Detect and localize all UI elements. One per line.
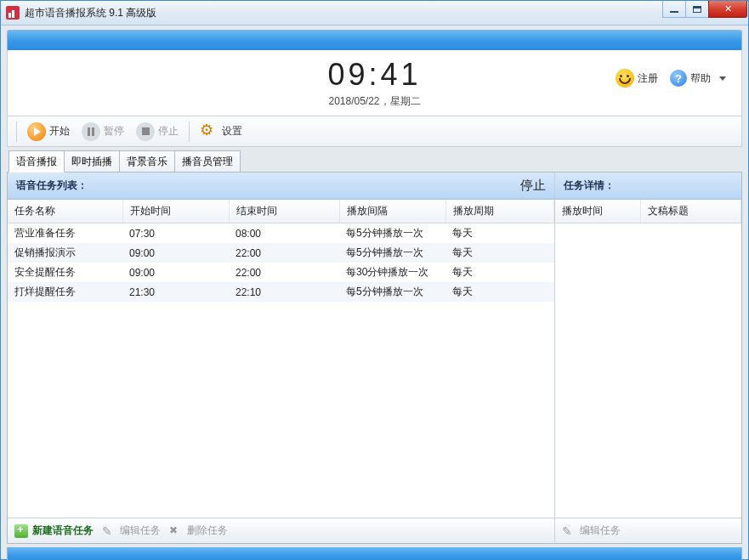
content-split: 语音任务列表： 停止 任务名称 开始时间 结束时间 播放间隔 播放周期 营业准备… xyxy=(7,173,742,544)
delete-task-label: 删除任务 xyxy=(187,523,228,538)
main-toolbar: 开始 暂停 停止 设置 xyxy=(7,116,742,147)
settings-button[interactable]: 设置 xyxy=(195,120,247,144)
app-window: 超市语音播报系统 9.1 高级版 09:41 2018/05/22，星期二 注册… xyxy=(0,0,749,560)
table-row[interactable]: 打烊提醒任务21:3022:10每5分钟播放一次每天 xyxy=(8,282,554,302)
app-icon xyxy=(6,6,20,20)
stop-label: 停止 xyxy=(158,124,179,139)
col-doc-title[interactable]: 文稿标题 xyxy=(640,200,741,223)
tab-bar: 语音播报 即时插播 背景音乐 播音员管理 xyxy=(7,150,742,173)
col-task-name[interactable]: 任务名称 xyxy=(8,200,122,223)
task-list-pane: 语音任务列表： 停止 任务名称 开始时间 结束时间 播放间隔 播放周期 营业准备… xyxy=(8,173,555,543)
tab-voice-broadcast[interactable]: 语音播报 xyxy=(9,150,65,173)
settings-label: 设置 xyxy=(222,124,242,139)
task-list-title: 语音任务列表： xyxy=(16,178,88,193)
maximize-button[interactable] xyxy=(685,1,709,18)
detail-footer: 编辑任务 xyxy=(555,518,741,543)
close-button[interactable] xyxy=(708,1,747,18)
gear-icon xyxy=(200,122,218,141)
task-list-status: 停止 xyxy=(520,178,546,194)
col-end-time[interactable]: 结束时间 xyxy=(229,200,339,223)
detail-edit-label: 编辑任务 xyxy=(580,523,621,538)
minimize-button[interactable] xyxy=(662,1,686,18)
play-icon xyxy=(27,122,46,141)
new-task-button[interactable]: 新建语音任务 xyxy=(14,523,94,538)
col-interval[interactable]: 播放间隔 xyxy=(339,200,445,223)
start-button[interactable]: 开始 xyxy=(22,120,75,144)
pause-icon xyxy=(82,122,100,141)
window-title: 超市语音播报系统 9.1 高级版 xyxy=(25,6,663,20)
delete-icon xyxy=(169,524,183,538)
smile-icon xyxy=(616,69,634,88)
edit-icon xyxy=(102,524,116,538)
clock-date: 2018/05/22，星期二 xyxy=(18,94,731,109)
help-button[interactable]: ? 帮助 xyxy=(670,70,726,87)
help-icon: ? xyxy=(670,70,687,87)
table-row[interactable]: 营业准备任务07:3008:00每5分钟播放一次每天 xyxy=(8,223,554,244)
bottom-banner xyxy=(7,547,742,560)
register-button[interactable]: 注册 xyxy=(616,69,658,88)
task-table-wrap[interactable]: 任务名称 开始时间 结束时间 播放间隔 播放周期 营业准备任务07:3008:0… xyxy=(8,200,554,518)
edit-task-button[interactable]: 编辑任务 xyxy=(102,523,161,538)
task-detail-header: 任务详情： xyxy=(555,173,741,200)
col-start-time[interactable]: 开始时间 xyxy=(122,200,229,223)
tab-bg-music[interactable]: 背景音乐 xyxy=(119,150,175,172)
task-table: 任务名称 开始时间 结束时间 播放间隔 播放周期 营业准备任务07:3008:0… xyxy=(8,200,554,302)
pause-label: 暂停 xyxy=(104,124,124,139)
new-task-label: 新建语音任务 xyxy=(32,523,94,538)
delete-task-button[interactable]: 删除任务 xyxy=(169,523,228,538)
col-cycle[interactable]: 播放周期 xyxy=(445,200,554,223)
top-banner xyxy=(7,30,742,50)
title-bar: 超市语音播报系统 9.1 高级版 xyxy=(1,1,748,25)
chevron-down-icon xyxy=(719,76,726,81)
register-label: 注册 xyxy=(638,71,658,86)
task-footer: 新建语音任务 编辑任务 删除任务 xyxy=(8,518,554,543)
pause-button[interactable]: 暂停 xyxy=(77,120,129,144)
help-label: 帮助 xyxy=(690,71,711,86)
detail-edit-button[interactable]: 编辑任务 xyxy=(562,523,621,538)
task-detail-pane: 任务详情： 播放时间 文稿标题 编辑任务 xyxy=(555,173,741,543)
tab-instant-insert[interactable]: 即时插播 xyxy=(64,150,120,172)
stop-icon xyxy=(136,122,155,141)
client-area: 09:41 2018/05/22，星期二 注册 ? 帮助 开始 xyxy=(1,25,748,559)
detail-table: 播放时间 文稿标题 xyxy=(555,200,741,223)
clock-time: 09:41 xyxy=(327,57,421,93)
clock-panel: 09:41 2018/05/22，星期二 注册 ? 帮助 xyxy=(7,50,742,116)
tab-announcer-mgmt[interactable]: 播音员管理 xyxy=(174,150,241,172)
table-row[interactable]: 安全提醒任务09:0022:00每30分钟播放一次每天 xyxy=(8,263,554,282)
plus-icon xyxy=(14,524,28,538)
start-label: 开始 xyxy=(49,124,70,139)
stop-button[interactable]: 停止 xyxy=(131,120,184,144)
edit-icon xyxy=(562,524,576,538)
edit-task-label: 编辑任务 xyxy=(120,523,161,538)
table-row[interactable]: 促销播报演示09:0022:00每5分钟播放一次每天 xyxy=(8,243,554,263)
task-detail-title: 任务详情： xyxy=(564,178,615,193)
detail-table-wrap[interactable]: 播放时间 文稿标题 xyxy=(555,200,741,518)
col-play-time[interactable]: 播放时间 xyxy=(555,200,640,223)
header-right: 注册 ? 帮助 xyxy=(616,69,726,88)
window-controls xyxy=(663,1,747,18)
task-list-header: 语音任务列表： 停止 xyxy=(8,173,554,200)
